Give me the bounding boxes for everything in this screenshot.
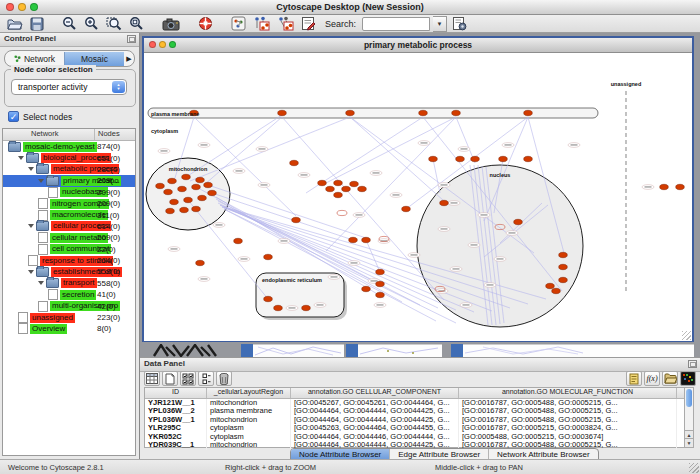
network-node[interactable] xyxy=(419,110,428,115)
table-cell[interactable]: [GO:0045267, GO:0045261, GO:0044464, G..… xyxy=(291,399,459,408)
table-row[interactable]: YPL036W__2plasma membrane[GO:0044464, GO… xyxy=(145,407,686,416)
background-window-fragment[interactable] xyxy=(451,344,463,357)
table-cell[interactable]: [GO:0016787, GO:0005488, GO:0005215, G..… xyxy=(459,399,677,408)
network-node[interactable] xyxy=(376,281,385,286)
tree-row[interactable]: cellular process614(0) xyxy=(3,221,135,232)
network-node[interactable] xyxy=(499,156,508,161)
table-scrollbar[interactable]: ▲ ▼ xyxy=(684,387,694,448)
network-node[interactable] xyxy=(182,174,191,179)
table-column-header[interactable]: annotation.GO MOLECULAR_FUNCTION xyxy=(459,388,677,398)
network-node[interactable] xyxy=(164,189,173,194)
save-session-icon[interactable] xyxy=(28,16,46,32)
table-cell[interactable]: mitochondrion xyxy=(207,416,291,425)
float-panel-icon[interactable] xyxy=(688,360,697,368)
zoom-in-icon[interactable] xyxy=(82,16,101,32)
network-node[interactable] xyxy=(471,156,480,161)
network-node[interactable] xyxy=(514,219,523,224)
annotation-icon[interactable] xyxy=(299,16,318,32)
network-node[interactable] xyxy=(559,277,568,282)
network-node[interactable] xyxy=(524,156,533,161)
tree-row[interactable]: cellular metabo209(0) xyxy=(3,232,135,243)
network-node[interactable] xyxy=(358,186,367,191)
table-column-header[interactable]: ID xyxy=(145,388,207,398)
network-node[interactable] xyxy=(290,160,299,165)
network-node[interactable] xyxy=(318,180,327,185)
tree-row[interactable]: nucleobase-209(0) xyxy=(3,187,135,198)
import-attributes-icon[interactable] xyxy=(662,371,678,386)
tree-row[interactable]: mosaic-demo-yeast874(0) xyxy=(3,141,135,152)
heatmap-icon[interactable] xyxy=(680,371,696,386)
table-column-header[interactable]: _cellularLayoutRegion xyxy=(207,388,291,398)
tree-row[interactable]: Overview8(0) xyxy=(3,323,135,334)
network-node[interactable] xyxy=(198,195,207,200)
network-node[interactable] xyxy=(292,217,301,222)
network-node[interactable] xyxy=(349,237,358,242)
tab-mosaic[interactable]: Mosaic xyxy=(64,52,124,66)
table-cell[interactable]: cytoplasm xyxy=(207,433,291,442)
tree-row[interactable]: metabolic process280(0) xyxy=(3,164,135,175)
table-row[interactable]: YJR121W__1mitochondrion[GO:0045267, GO:0… xyxy=(145,399,686,408)
search-input[interactable] xyxy=(362,17,430,31)
tree-col-network[interactable]: Network xyxy=(3,129,95,140)
network-node[interactable] xyxy=(178,186,187,191)
network-node[interactable] xyxy=(264,296,273,301)
table-cell[interactable]: YJR121W__1 xyxy=(145,399,207,408)
table-row[interactable]: YPL036W__1mitochondrion[GO:0044464, GO:0… xyxy=(145,416,686,425)
tree-row[interactable]: transport558(0) xyxy=(3,278,135,289)
network-node[interactable] xyxy=(334,180,343,185)
tab-scroll-right-icon[interactable]: ▶ xyxy=(124,55,134,63)
background-window-fragment[interactable] xyxy=(358,344,442,358)
network-node[interactable] xyxy=(170,199,179,204)
tree-row[interactable]: multi-organism pro42(0) xyxy=(3,300,135,311)
help-icon[interactable] xyxy=(196,16,215,32)
table-cell[interactable]: YKR052C xyxy=(145,433,207,442)
import-icon[interactable] xyxy=(450,16,469,32)
network-node[interactable] xyxy=(524,110,533,115)
table-column-header[interactable]: annotation.GO CELLULAR_COMPONENT xyxy=(291,388,459,398)
node-color-select[interactable]: transporter activity ▲▼ xyxy=(11,79,127,95)
open-session-icon[interactable] xyxy=(5,16,25,32)
table-cell[interactable]: plasma membrane xyxy=(207,407,291,416)
network-node[interactable] xyxy=(196,260,205,265)
select-nodes-checkbox[interactable]: ✓ xyxy=(8,111,19,122)
table-cell[interactable]: [GO:0044464, GO:0044444, GO:0044425, G..… xyxy=(291,416,459,425)
table-cell[interactable]: mitochondrion xyxy=(207,441,291,450)
table-row[interactable]: YKR052Ccytoplasm[GO:0044464, GO:0044446,… xyxy=(145,433,686,442)
attribute-list-icon[interactable] xyxy=(198,371,214,386)
table-cell[interactable]: mitochondrion xyxy=(207,399,291,408)
background-window-fragment[interactable] xyxy=(253,344,344,358)
network-node[interactable] xyxy=(234,238,243,243)
network-node[interactable] xyxy=(184,197,193,202)
table-cell[interactable]: [GO:0016787, GO:0005488, GO:0005215, G..… xyxy=(459,416,677,425)
snapshot-icon[interactable] xyxy=(160,16,182,32)
tree-row[interactable]: macromolecule311(0) xyxy=(3,209,135,220)
network-node[interactable] xyxy=(192,184,201,189)
network-node[interactable] xyxy=(334,192,343,197)
tree-row[interactable]: nitrogen compo209(0) xyxy=(3,198,135,209)
tree-row[interactable]: establishment of lo558(0) xyxy=(3,266,135,277)
background-window-fragment[interactable] xyxy=(241,344,253,357)
network-canvas[interactable]: plasma membrane cytoplasm mitochondrion … xyxy=(144,53,692,341)
table-cell[interactable]: YLR295C xyxy=(145,424,207,433)
background-window-fragment[interactable] xyxy=(152,344,237,357)
network-node[interactable] xyxy=(362,286,371,291)
network-node[interactable] xyxy=(342,186,351,191)
network-node[interactable] xyxy=(362,237,371,242)
table-cell[interactable]: [GO:0016787, GO:0005215, GO:0003824, G..… xyxy=(459,424,677,433)
network-node[interactable] xyxy=(264,254,273,259)
network-node[interactable] xyxy=(274,305,283,310)
table-cell[interactable]: [GO:0044464, GO:0044444, GO:0044425, G..… xyxy=(291,407,459,416)
table-cell[interactable]: YPL036W__2 xyxy=(145,407,207,416)
table-cell[interactable]: [GO:0044464, GO:0044446, GO:0044444, G..… xyxy=(291,433,459,442)
zoom-view-button[interactable] xyxy=(169,41,176,48)
network-node[interactable] xyxy=(208,190,217,195)
network-node[interactable] xyxy=(326,186,335,191)
network-node[interactable] xyxy=(456,156,465,161)
zoom-selected-icon[interactable] xyxy=(127,16,146,32)
network-node[interactable] xyxy=(559,264,568,269)
table-cell[interactable]: YDR039C__1 xyxy=(145,441,207,450)
network-node[interactable] xyxy=(376,292,385,297)
table-cell[interactable]: cytoplasm xyxy=(207,424,291,433)
scrollbar-thumb[interactable] xyxy=(686,389,692,407)
network-node[interactable] xyxy=(156,183,165,188)
